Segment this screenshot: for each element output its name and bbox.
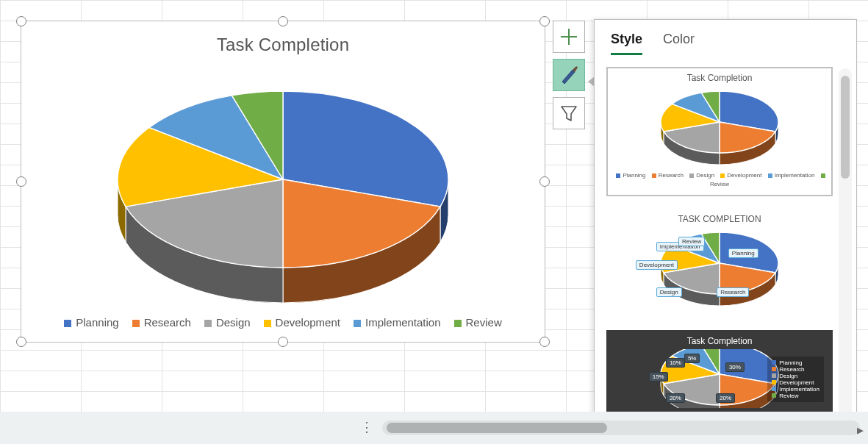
percent-label: 15% [649, 372, 668, 382]
tab-color[interactable]: Color [663, 32, 695, 55]
sheet-horizontal-scrollbar: ⋮ ◂ ▸ [0, 412, 868, 444]
legend-item[interactable]: Research [132, 316, 191, 329]
pie-chart[interactable] [107, 76, 459, 304]
resize-handle[interactable] [278, 16, 288, 26]
chart-styles-panel: Style Color Task CompletionPlanning Rese… [594, 19, 857, 431]
thumb-legend: PlanningResearchDesignDevelopmentImpleme… [767, 357, 824, 402]
slice-label: Design [656, 287, 682, 297]
legend-item[interactable]: Design [204, 316, 251, 329]
plus-icon [559, 26, 579, 47]
resize-handle[interactable] [16, 176, 26, 187]
paintbrush-icon [558, 64, 580, 86]
slice-label: Research [717, 287, 749, 297]
chart-styles-button[interactable] [553, 59, 585, 91]
chart-tool-floaties [553, 21, 585, 135]
resize-handle[interactable] [16, 337, 26, 347]
legend-item[interactable]: Review [454, 316, 502, 329]
scrollbar-thumb[interactable] [841, 76, 850, 179]
slice-label: Review [678, 237, 705, 246]
slice-label: Development [636, 260, 678, 270]
legend-item[interactable]: Implementation [354, 316, 441, 329]
style-thumbnail[interactable]: TASK COMPLETIONPlanningResearchDesignDev… [606, 208, 833, 318]
slice-label: Planning [728, 248, 758, 258]
thumb-pie [628, 86, 811, 167]
panel-tabs: Style Color [595, 20, 856, 61]
percent-label: 20% [716, 393, 735, 403]
hscroll-track[interactable] [382, 420, 860, 435]
scroll-right-icon[interactable]: ▸ [857, 422, 864, 438]
thumb-title: TASK COMPLETION [608, 210, 831, 224]
hscroll-thumb[interactable] [387, 423, 607, 433]
thumb-legend: Planning Research Design Development Imp… [608, 167, 831, 195]
panel-vertical-scrollbar[interactable] [839, 68, 852, 420]
thumb-title: Task Completion [608, 68, 831, 83]
resize-handle[interactable] [539, 337, 550, 347]
style-thumbnail[interactable]: Task CompletionPlanning Research Design … [606, 67, 833, 196]
resize-handle[interactable] [539, 176, 550, 187]
funnel-icon [559, 103, 579, 123]
legend-item[interactable]: Development [264, 316, 340, 329]
percent-label: 5% [684, 354, 700, 363]
style-thumbnails: Task CompletionPlanning Research Design … [606, 67, 833, 421]
style-thumbnail[interactable]: Task Completion30%20%20%15%10%5%Planning… [606, 330, 833, 420]
percent-label: 20% [666, 393, 685, 403]
chart-object[interactable]: Task Completion PlanningResearchDesignDe… [21, 21, 545, 343]
legend-item[interactable]: Planning [64, 316, 118, 329]
chart-legend[interactable]: PlanningResearchDesignDevelopmentImpleme… [21, 316, 545, 329]
resize-handle[interactable] [539, 16, 550, 26]
resize-handle[interactable] [16, 16, 26, 26]
percent-label: 10% [666, 358, 685, 368]
resize-handle[interactable] [278, 337, 288, 347]
sheet-options-icon[interactable]: ⋮ [360, 419, 375, 435]
chart-elements-button[interactable] [553, 21, 585, 53]
tab-style[interactable]: Style [611, 32, 642, 55]
thumb-title: Task Completion [608, 332, 831, 346]
percent-label: 30% [725, 362, 745, 372]
chart-filters-button[interactable] [553, 97, 585, 129]
